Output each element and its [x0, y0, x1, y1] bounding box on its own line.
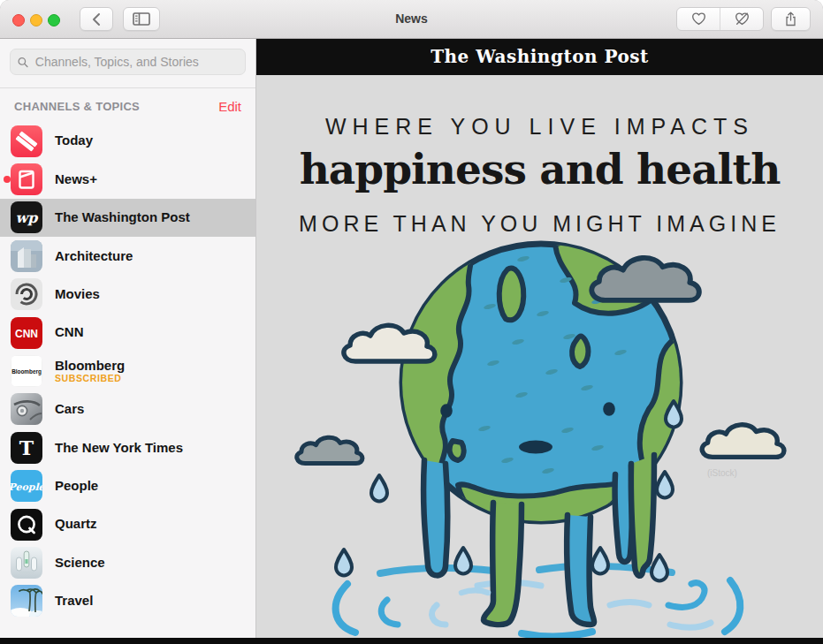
- svg-text:CNN: CNN: [15, 327, 38, 339]
- sidebar: CHANNELS & TOPICS Edit Today: [0, 38, 256, 638]
- zoom-window-button[interactable]: [48, 14, 60, 27]
- search-input[interactable]: [34, 54, 238, 70]
- travel-photo-icon: [11, 585, 42, 617]
- edit-channels-button[interactable]: Edit: [218, 99, 241, 114]
- window-bottom-edge: [0, 638, 823, 644]
- headline-line-1: WHERE YOU LIVE IMPACTS: [256, 114, 823, 140]
- sidebar-item-travel[interactable]: Travel: [0, 582, 255, 620]
- sidebar-item-label: The Washington Post: [55, 210, 190, 225]
- apple-news-plus-icon: [11, 163, 42, 195]
- sidebar-icon: [133, 12, 150, 26]
- sidebar-item-label: Travel: [55, 594, 93, 609]
- sidebar-item-label: People: [55, 479, 98, 494]
- headline-line-2: happiness and health: [256, 145, 823, 193]
- svg-text:Bloomberg: Bloomberg: [11, 368, 42, 375]
- washington-post-icon: wp: [11, 201, 42, 233]
- sidebar-item-label: The New York Times: [55, 441, 183, 456]
- sidebar-item-today[interactable]: Today: [0, 122, 255, 160]
- search-icon: [18, 57, 28, 68]
- minimize-window-button[interactable]: [30, 14, 42, 27]
- quartz-icon: [11, 509, 42, 541]
- nyt-icon: T: [11, 432, 42, 464]
- sidebar-item-label: Science: [55, 556, 105, 571]
- suggest-less-button[interactable]: [720, 8, 763, 30]
- search-field[interactable]: [10, 49, 246, 75]
- sidebar-item-cars[interactable]: Cars: [0, 390, 255, 428]
- chevron-left-icon: [92, 12, 101, 27]
- cnn-icon: CNN: [11, 317, 42, 349]
- washington-post-logo: The Washington Post: [431, 46, 649, 67]
- close-window-button[interactable]: [12, 14, 25, 27]
- sidebar-item-bloomberg[interactable]: Bloomberg Bloomberg SUBSCRIBED: [0, 352, 255, 390]
- sidebar-item-label: News+: [55, 172, 97, 187]
- share-icon: [784, 11, 797, 27]
- heart-icon: [691, 12, 706, 26]
- news-app-window: News: [0, 0, 823, 644]
- sidebar-item-label: Cars: [55, 402, 84, 417]
- article-headline: WHERE YOU LIVE IMPACTS happiness and hea…: [256, 114, 823, 237]
- svg-text:People: People: [11, 481, 42, 493]
- sidebar-item-label: Movies: [55, 287, 100, 302]
- sidebar-item-label: Quartz: [55, 517, 97, 532]
- back-button[interactable]: [80, 7, 113, 31]
- sidebar-item-news-plus[interactable]: News+: [0, 160, 255, 198]
- image-credit: (iStock): [707, 468, 737, 478]
- sidebar-item-label: Bloomberg SUBSCRIBED: [55, 359, 125, 384]
- subscribed-badge: SUBSCRIBED: [55, 374, 125, 384]
- sidebar-item-quartz[interactable]: Quartz: [0, 505, 255, 543]
- sidebar-item-people[interactable]: People People: [0, 467, 255, 505]
- apple-news-today-icon: [11, 125, 42, 157]
- cars-photo-icon: [11, 393, 42, 425]
- bloomberg-icon: Bloomberg: [11, 355, 42, 387]
- heart-slash-icon: [735, 12, 750, 26]
- share-button[interactable]: [771, 7, 811, 31]
- unread-dot: [4, 176, 11, 183]
- science-photo-icon: [11, 547, 42, 579]
- people-icon: People: [11, 470, 42, 502]
- titlebar: News: [0, 0, 823, 39]
- sidebar-toggle-button[interactable]: [123, 7, 160, 31]
- sidebar-item-washington-post[interactable]: wp The Washington Post: [0, 199, 255, 237]
- section-title: CHANNELS & TOPICS: [14, 100, 140, 113]
- channels-list: Today News+ wp: [0, 122, 255, 620]
- sidebar-item-label: Architecture: [55, 249, 133, 264]
- melting-earth-illustration: [256, 225, 822, 638]
- channels-section-header-row: CHANNELS & TOPICS Edit: [0, 96, 255, 116]
- sidebar-item-cnn[interactable]: CNN CNN: [0, 314, 255, 352]
- channel-masthead: The Washington Post: [256, 38, 823, 75]
- sidebar-item-label: CNN: [55, 325, 84, 340]
- sidebar-item-new-york-times[interactable]: T The New York Times: [0, 428, 255, 466]
- story-feedback-segment: [676, 7, 764, 31]
- architecture-photo-icon: [11, 240, 42, 272]
- sidebar-item-label: Today: [55, 133, 93, 148]
- sidebar-item-movies[interactable]: Movies: [0, 276, 255, 314]
- article-view[interactable]: The Washington Post WHERE YOU LIVE IMPAC…: [256, 38, 823, 638]
- love-story-button[interactable]: [677, 8, 720, 30]
- sidebar-item-science[interactable]: Science: [0, 543, 255, 581]
- svg-text:wp: wp: [16, 209, 40, 226]
- divider: [0, 87, 255, 88]
- sidebar-item-architecture[interactable]: Architecture: [0, 237, 255, 275]
- movies-photo-icon: [11, 278, 42, 310]
- svg-text:T: T: [19, 436, 34, 459]
